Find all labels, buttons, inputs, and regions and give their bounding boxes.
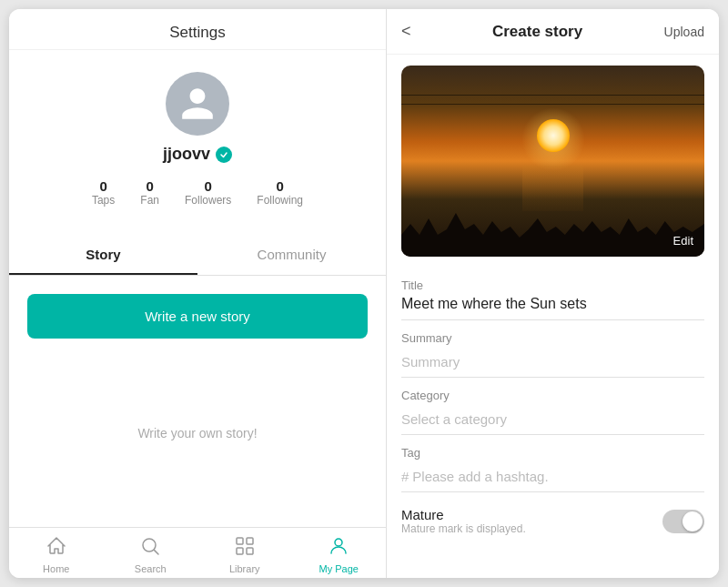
upload-button[interactable]: Upload bbox=[664, 25, 704, 39]
empty-story-message: Write your own story! bbox=[9, 339, 386, 527]
fan-label: Fan bbox=[140, 194, 159, 207]
mature-title: Mature bbox=[401, 507, 526, 522]
svg-rect-2 bbox=[247, 538, 253, 544]
mypage-label: My Page bbox=[319, 563, 359, 574]
tab-story[interactable]: Story bbox=[9, 236, 197, 275]
followers-count: 0 bbox=[204, 178, 211, 194]
summary-label: Summary bbox=[401, 331, 704, 345]
followers-label: Followers bbox=[185, 194, 231, 207]
svg-rect-4 bbox=[247, 548, 253, 554]
back-button[interactable]: < bbox=[401, 22, 411, 41]
svg-point-5 bbox=[335, 539, 342, 546]
svg-rect-1 bbox=[237, 538, 243, 544]
mature-row: Mature Mature mark is displayed. bbox=[401, 507, 704, 535]
wire-1 bbox=[401, 95, 704, 96]
taps-count: 0 bbox=[99, 178, 106, 194]
toggle-knob bbox=[682, 511, 703, 531]
taps-label: Taps bbox=[92, 194, 115, 207]
stat-followers: 0 Followers bbox=[185, 178, 231, 207]
category-label: Category bbox=[401, 389, 704, 402]
category-select[interactable]: Select a category bbox=[401, 406, 704, 435]
right-panel: < Create story Upload Edit Title Meet me… bbox=[387, 9, 719, 578]
nav-home[interactable]: Home bbox=[9, 535, 104, 574]
svg-rect-3 bbox=[237, 548, 243, 554]
profile-section: jjoovv 0 Taps 0 Fan 0 Follo bbox=[9, 50, 386, 221]
search-icon bbox=[139, 535, 161, 561]
library-label: Library bbox=[229, 563, 260, 574]
tabs-row: Story Community bbox=[9, 236, 386, 276]
tag-row: # Please add a hashtag. bbox=[401, 463, 704, 492]
left-panel: Settings jjoovv 0 Taps bbox=[9, 9, 387, 578]
write-new-story-button[interactable]: Write a new story bbox=[27, 294, 368, 339]
stats-row: 0 Taps 0 Fan 0 Followers 0 Following bbox=[92, 178, 303, 207]
library-icon bbox=[234, 535, 256, 561]
title-value[interactable]: Meet me where the Sun sets bbox=[401, 296, 704, 320]
verified-badge bbox=[216, 147, 232, 163]
search-label: Search bbox=[135, 563, 167, 574]
avatar bbox=[166, 72, 229, 136]
fan-count: 0 bbox=[146, 178, 153, 194]
check-icon bbox=[219, 150, 228, 159]
story-image-bg bbox=[401, 66, 704, 257]
user-icon bbox=[178, 85, 217, 123]
road bbox=[522, 166, 583, 211]
nav-mypage[interactable]: My Page bbox=[292, 535, 387, 574]
nav-search[interactable]: Search bbox=[104, 535, 198, 574]
home-icon bbox=[46, 535, 67, 561]
mature-toggle[interactable] bbox=[662, 510, 704, 533]
story-image-container: Edit bbox=[401, 66, 704, 257]
username-text: jjoovv bbox=[163, 145, 210, 164]
wire-2 bbox=[401, 104, 704, 105]
nav-library[interactable]: Library bbox=[197, 535, 292, 574]
title-label: Title bbox=[401, 278, 704, 292]
app-frame: Settings jjoovv 0 Taps bbox=[9, 9, 719, 578]
stat-following: 0 Following bbox=[257, 178, 303, 207]
tag-label: Tag bbox=[401, 446, 704, 460]
sun bbox=[537, 119, 570, 152]
home-label: Home bbox=[43, 563, 69, 574]
stat-taps: 0 Taps bbox=[92, 178, 115, 207]
hash-symbol: # bbox=[401, 469, 409, 484]
settings-header: Settings bbox=[9, 9, 386, 50]
mypage-icon bbox=[328, 535, 349, 561]
stat-fan: 0 Fan bbox=[140, 178, 159, 207]
following-count: 0 bbox=[277, 178, 284, 194]
create-story-title: Create story bbox=[492, 23, 582, 41]
tab-community[interactable]: Community bbox=[197, 236, 386, 275]
create-story-header: < Create story Upload bbox=[387, 9, 719, 55]
mature-sub: Mature mark is displayed. bbox=[401, 522, 526, 535]
svg-point-0 bbox=[143, 539, 156, 552]
following-label: Following bbox=[257, 194, 303, 207]
username-row: jjoovv bbox=[163, 145, 232, 164]
tag-input[interactable]: Please add a hashtag. bbox=[412, 469, 548, 484]
summary-input[interactable]: Summary bbox=[401, 349, 704, 378]
mature-info: Mature Mature mark is displayed. bbox=[401, 507, 526, 535]
edit-image-label[interactable]: Edit bbox=[673, 234, 693, 248]
story-form: Title Meet me where the Sun sets Summary… bbox=[387, 257, 719, 553]
bottom-nav: Home Search Library My Page bbox=[9, 527, 386, 578]
